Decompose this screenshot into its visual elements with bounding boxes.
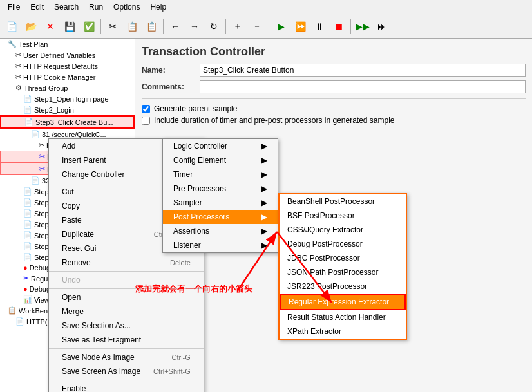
pp-css[interactable]: CSS/JQuery Extractor bbox=[280, 223, 406, 237]
name-row: Name: bbox=[142, 64, 526, 77]
tree-label-cookiemanager: HTTP Cookie Manager bbox=[23, 73, 95, 81]
tree-label-threadgroup: Thread Group bbox=[24, 84, 68, 92]
submenu-listener[interactable]: Listener▶ bbox=[163, 238, 278, 252]
refresh-button[interactable]: ↻ bbox=[205, 17, 223, 35]
name-label: Name: bbox=[142, 66, 200, 75]
comments-input[interactable] bbox=[200, 80, 526, 93]
sep-ctx3 bbox=[49, 288, 204, 289]
context-remove[interactable]: RemoveDelete bbox=[49, 256, 204, 270]
testplan-icon: 🔧 bbox=[8, 40, 17, 48]
step8-icon: 📄 bbox=[23, 231, 32, 239]
stop-button[interactable]: ⏹ bbox=[330, 17, 348, 35]
menu-file[interactable]: File bbox=[3, 1, 25, 13]
pp-bsf[interactable]: BSF PostProcessor bbox=[280, 209, 406, 223]
step6-icon: 📄 bbox=[23, 209, 32, 218]
pp-beanshell[interactable]: BeanShell PostProcessor bbox=[280, 194, 406, 209]
tree-item-threadgroup[interactable]: ⚙ Thread Group bbox=[0, 82, 135, 93]
redo-button[interactable]: → bbox=[185, 17, 204, 35]
menu-edit[interactable]: Edit bbox=[25, 1, 49, 13]
tree-label-step3: Step3_Click Create Bu... bbox=[35, 118, 113, 126]
add-button[interactable]: ＋ bbox=[229, 17, 247, 35]
submenu-post-processors[interactable]: Post Processors▶ bbox=[163, 210, 278, 224]
submenu-sampler[interactable]: Sampler▶ bbox=[163, 196, 278, 210]
tree-item-step1[interactable]: 📄 Step1_Open login page bbox=[0, 93, 135, 104]
tree-label-testplan: Test Plan bbox=[19, 41, 48, 48]
context-save-selection[interactable]: Save Selection As... bbox=[49, 319, 204, 333]
menu-run[interactable]: Run bbox=[84, 1, 108, 13]
workbench-icon: 📋 bbox=[8, 306, 17, 315]
pp-regex[interactable]: Regular Expression Extractor bbox=[280, 294, 406, 310]
step3-icon: 📄 bbox=[24, 118, 33, 126]
context-merge[interactable]: Merge bbox=[49, 304, 204, 319]
pp-jdbc[interactable]: JDBC PostProcessor bbox=[280, 251, 406, 265]
tree-item-httpdefaults[interactable]: ✂ HTTP Request Defaults bbox=[0, 61, 135, 71]
step1-icon: 📄 bbox=[23, 95, 32, 103]
divider1 bbox=[142, 98, 526, 99]
context-save-screen-image[interactable]: Save Screen As ImageCtrl+Shift-G bbox=[49, 364, 204, 378]
pp-json[interactable]: JSON Path PostProcessor bbox=[280, 265, 406, 279]
name-input[interactable] bbox=[200, 64, 526, 77]
tree-item-userdefined[interactable]: ✂ User Defined Variables bbox=[0, 50, 135, 61]
pause-button[interactable]: ⏸ bbox=[310, 17, 328, 35]
close-button[interactable]: ✕ bbox=[41, 17, 59, 35]
pp-result-status[interactable]: Result Status Action Handler bbox=[280, 310, 406, 324]
sub32-icon: 📄 bbox=[31, 176, 40, 185]
userdefined-icon: ✂ bbox=[15, 51, 21, 59]
cut-button[interactable]: ✂ bbox=[104, 17, 122, 35]
submenu-config-element[interactable]: Config Element▶ bbox=[163, 153, 278, 167]
step9-icon: 📄 bbox=[23, 242, 32, 250]
tree-item-cookiemanager[interactable]: ✂ HTTP Cookie Manager bbox=[0, 71, 135, 82]
viewresults-icon: 📊 bbox=[23, 295, 32, 304]
run-all-button[interactable]: ⏩ bbox=[291, 17, 309, 35]
sep-ctx2 bbox=[49, 271, 204, 272]
copy-button[interactable]: 📋 bbox=[123, 17, 141, 35]
remote-stop-button[interactable]: ⏭ bbox=[373, 17, 391, 35]
regex2-icon: ✂ bbox=[39, 165, 45, 173]
menu-help[interactable]: Help bbox=[145, 1, 171, 13]
remove-button[interactable]: － bbox=[248, 17, 266, 35]
checkbox2-label: Include duration of timer and pre-post p… bbox=[154, 116, 395, 125]
tree-label-userdefined: User Defined Variables bbox=[23, 51, 95, 59]
context-open[interactable]: Open bbox=[49, 290, 204, 304]
checkbox2[interactable] bbox=[142, 117, 150, 125]
panel-title: Transaction Controller bbox=[142, 45, 526, 59]
pp-jsr223[interactable]: JSR223 PostProcessor bbox=[280, 279, 406, 294]
step5-icon: 📄 bbox=[23, 198, 32, 207]
submenu-pre-processors[interactable]: Pre Processors▶ bbox=[163, 182, 278, 196]
undo-button[interactable]: ← bbox=[166, 17, 184, 35]
submenu-timer[interactable]: Timer▶ bbox=[163, 167, 278, 182]
step10-icon: 📄 bbox=[23, 253, 32, 261]
context-enable[interactable]: Enable bbox=[49, 382, 204, 392]
pp-xpath[interactable]: XPath Extractor bbox=[280, 324, 406, 339]
tree-label-sub31: 31 /secure/QuickC... bbox=[42, 131, 106, 138]
tree-item-step2[interactable]: 📄 Step2_Login bbox=[0, 104, 135, 115]
sep1 bbox=[100, 19, 101, 34]
menu-search[interactable]: Search bbox=[49, 1, 84, 13]
save-button[interactable]: 💾 bbox=[61, 17, 79, 35]
submenu-logic-controller[interactable]: Logic Controller▶ bbox=[163, 139, 278, 153]
pp-debug[interactable]: Debug PostProcessor bbox=[280, 237, 406, 251]
new-button[interactable]: 📄 bbox=[3, 17, 21, 35]
menubar: File Edit Search Run Options Help bbox=[0, 0, 532, 14]
sep-ctx4 bbox=[49, 348, 204, 349]
checkbox1[interactable] bbox=[142, 105, 150, 113]
debug1-icon: ● bbox=[23, 264, 28, 272]
tree-item-step3[interactable]: 📄 Step3_Click Create Bu... bbox=[0, 115, 135, 129]
open-button[interactable]: 📂 bbox=[22, 17, 40, 35]
check-button[interactable]: ✅ bbox=[80, 17, 98, 35]
post-processors-submenu: BeanShell PostProcessor BSF PostProcesso… bbox=[278, 193, 407, 340]
tree-item-testplan[interactable]: 🔧 Test Plan bbox=[0, 39, 135, 50]
menu-options[interactable]: Options bbox=[108, 1, 145, 13]
sep4 bbox=[269, 19, 269, 34]
context-save-fragment[interactable]: Save as Test Fragment bbox=[49, 333, 204, 347]
add-submenu: Logic Controller▶ Config Element▶ Timer▶… bbox=[162, 138, 278, 253]
run-button[interactable]: ▶ bbox=[272, 17, 290, 35]
context-save-node-image[interactable]: Save Node As ImageCtrl-G bbox=[49, 350, 204, 364]
httpheader-icon: ✂ bbox=[39, 141, 44, 149]
paste-button[interactable]: 📋 bbox=[142, 17, 160, 35]
regex-e-icon: ✂ bbox=[23, 274, 29, 283]
tree-label-httpdefaults: HTTP Request Defaults bbox=[23, 62, 98, 70]
submenu-assertions[interactable]: Assertions▶ bbox=[163, 224, 278, 238]
remote-button[interactable]: ▶▶ bbox=[354, 17, 372, 35]
context-undo[interactable]: Undo bbox=[49, 273, 204, 287]
